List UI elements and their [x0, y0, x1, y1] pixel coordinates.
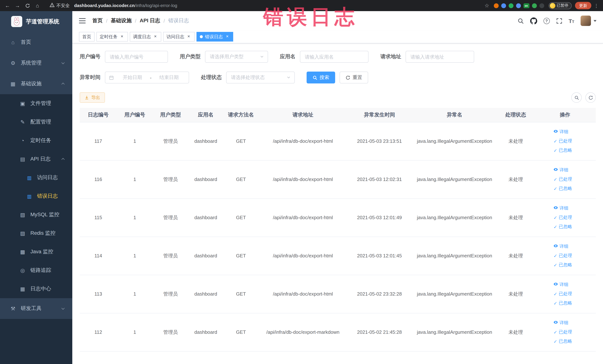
forward-icon[interactable]: → [14, 2, 21, 9]
font-size-icon[interactable]: TT [568, 18, 574, 24]
cell-exception-name: java.lang.IllegalArgumentException [412, 237, 497, 275]
exception-time-range-picker[interactable]: 开始日期 - 结束日期 [105, 71, 189, 83]
sidebar-item-infra[interactable]: ▦基础设施 [0, 73, 72, 94]
help-icon[interactable]: ? [543, 18, 550, 24]
address-url[interactable]: dashboard.yudao.iocoder.cn/infra/log/api… [74, 3, 177, 8]
hamburger-icon[interactable] [79, 18, 86, 23]
bookmark-star-icon[interactable]: ☆ [485, 3, 489, 9]
sidebar-item-label: MySQL 监控 [30, 211, 59, 218]
action-detail-link[interactable]: 详细 [554, 242, 577, 251]
action-processed-link[interactable]: ✓已处理 [554, 137, 577, 146]
breadcrumb-item-infra[interactable]: 基础设施 [111, 17, 132, 24]
action-label: 已忽略 [559, 300, 572, 306]
ext-dark-pin-icon[interactable] [539, 3, 544, 8]
sidebar-item-trace[interactable]: ◎链路追踪 [0, 261, 72, 280]
request-url-input[interactable] [406, 51, 474, 63]
sidebar-item-redis[interactable]: ▨Redis 监控 [0, 224, 72, 243]
sidebar-item-dev-tools[interactable]: ⚒研发工具 [0, 298, 72, 319]
url-domain: dashboard.yudao.iocoder.cn [74, 3, 135, 8]
sidebar-item-log-center[interactable]: ▦日志中心 [0, 280, 72, 298]
action-ignored-link[interactable]: ✓已忽略 [554, 299, 577, 308]
cell-error-time: 2021-05-03 23:13:51 [347, 122, 412, 160]
action-detail-link[interactable]: 详细 [554, 165, 577, 175]
home-icon[interactable]: ⌂ [34, 2, 41, 9]
infra-icon: ▦ [9, 81, 17, 87]
timer-icon: ◔ [19, 138, 27, 143]
profile-chip[interactable]: 已暂停 [548, 2, 572, 9]
action-detail-link[interactable]: 详细 [554, 127, 577, 137]
sidebar-item-java[interactable]: ▩Java 监控 [0, 243, 72, 261]
ext-green-leaf-icon[interactable] [532, 3, 537, 8]
ext-on-badge-icon[interactable]: on [523, 3, 529, 8]
breadcrumb-item-home[interactable]: 首页 [92, 17, 103, 24]
sidebar-item-mysql[interactable]: ▧MySQL 监控 [0, 205, 72, 224]
check-icon: ✓ [554, 186, 557, 191]
reload-icon[interactable] [24, 2, 31, 9]
ext-green-circle-icon[interactable] [509, 3, 513, 8]
github-icon[interactable] [530, 17, 537, 24]
update-button[interactable]: 更新 [575, 2, 591, 9]
menu-kebab-icon[interactable]: ⋮ [594, 3, 599, 8]
action-processed-link[interactable]: ✓已处理 [554, 251, 577, 260]
sidebar: 芋道管理系统 ⌂首页⚙系统管理▦基础设施▣文件管理✎配置管理◔定时任务▤API … [0, 11, 72, 364]
tab-close-icon[interactable]: × [186, 34, 191, 39]
cell-app-name: dashboard [188, 237, 223, 275]
cell-user-id: 1 [117, 160, 153, 199]
toggle-search-button[interactable] [571, 92, 582, 103]
cell-request-url: /api/infra/db-doc/export-markdown [259, 313, 347, 351]
sidebar-filler [0, 319, 72, 364]
process-status-select[interactable]: 请选择处理状态 [226, 71, 295, 83]
sidebar-item-system[interactable]: ⚙系统管理 [0, 53, 72, 73]
sidebar-item-job[interactable]: ◔定时任务 [0, 131, 72, 150]
action-processed-link[interactable]: ✓已处理 [554, 289, 577, 299]
sidebar-item-config[interactable]: ✎配置管理 [0, 113, 72, 131]
sidebar-item-file[interactable]: ▣文件管理 [0, 94, 72, 113]
action-detail-link[interactable]: 详细 [554, 204, 577, 213]
tab-home[interactable]: 首页 [79, 32, 94, 42]
tab-error-log[interactable]: 错误日志× [197, 32, 233, 42]
action-ignored-link[interactable]: ✓已忽略 [554, 184, 577, 193]
fullscreen-icon[interactable] [556, 18, 562, 24]
back-icon[interactable]: ← [4, 2, 11, 9]
action-ignored-link[interactable]: ✓已忽略 [554, 260, 577, 270]
user-type-select[interactable]: 请选择用户类型 [205, 51, 268, 63]
sidebar-item-error-log[interactable]: ▥错误日志 [0, 187, 72, 205]
app-name-input[interactable] [300, 51, 369, 63]
action-detail-link[interactable]: 详细 [554, 280, 577, 289]
sidebar-item-access-log[interactable]: ▥访问日志 [0, 168, 72, 187]
tab-close-icon[interactable]: × [119, 34, 125, 39]
search-icon[interactable] [517, 18, 524, 24]
tab-close-icon[interactable]: × [225, 34, 230, 39]
cell-request-url: /api/infra/db-doc/export-html [259, 275, 347, 313]
export-button[interactable]: 导出 [80, 92, 105, 103]
column-header-status: 处理状态 [497, 108, 534, 122]
chevron-down-icon [260, 54, 264, 59]
user-menu[interactable] [580, 16, 596, 26]
cell-error-time: 2021-05-03 12:02:31 [347, 160, 412, 199]
action-ignored-link[interactable]: ✓已忽略 [554, 337, 577, 346]
user-id-input[interactable] [105, 51, 168, 63]
ext-blue-drop-icon[interactable] [501, 3, 506, 8]
reset-button[interactable]: 重置 [340, 71, 368, 83]
refresh-button[interactable] [585, 92, 596, 103]
tab-close-icon[interactable]: × [153, 34, 158, 39]
tab-access-log[interactable]: 访问日志× [163, 32, 195, 42]
ext-blue-grid-icon[interactable] [516, 3, 521, 8]
action-ignored-link[interactable]: ✓已忽略 [554, 146, 577, 155]
action-detail-link[interactable]: 详细 [554, 318, 577, 328]
action-processed-link[interactable]: ✓已处理 [554, 175, 577, 184]
security-indicator[interactable]: 不安全 [50, 2, 70, 9]
action-processed-link[interactable]: ✓已处理 [554, 328, 577, 337]
action-label: 已处理 [559, 329, 572, 335]
ext-orange-ball-icon[interactable] [494, 3, 499, 8]
action-processed-link[interactable]: ✓已处理 [554, 213, 577, 222]
tab-job[interactable]: 定时任务× [96, 32, 128, 42]
action-ignored-link[interactable]: ✓已忽略 [554, 222, 577, 231]
breadcrumb-item-current: 错误日志 [168, 17, 189, 24]
sidebar-item-home[interactable]: ⌂首页 [0, 32, 72, 53]
sidebar-item-api-log[interactable]: ▤API 日志 [0, 150, 72, 168]
breadcrumb-item-api-log[interactable]: API 日志 [140, 17, 160, 24]
search-button[interactable]: 搜索 [307, 71, 335, 83]
tab-job-log[interactable]: 调度日志× [130, 32, 161, 42]
app-logo: 芋道管理系统 [0, 11, 72, 32]
